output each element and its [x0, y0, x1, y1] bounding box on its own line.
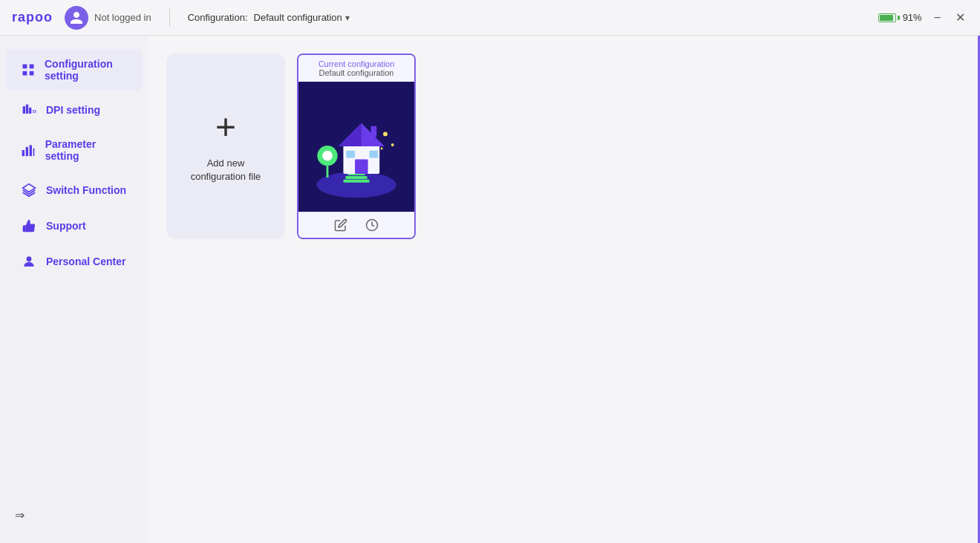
sidebar-item-label: Personal Center [46, 256, 125, 267]
svg-point-30 [391, 143, 394, 146]
svg-rect-1 [30, 65, 34, 69]
sidebar-item-switch-function[interactable]: Switch Function [6, 174, 143, 207]
bar-chart-icon [21, 143, 36, 157]
edit-icon [334, 218, 347, 232]
history-config-button[interactable] [365, 218, 379, 232]
config-name: Default configuration [254, 12, 342, 23]
card-config-name: Default configuration [304, 68, 408, 77]
svg-point-29 [383, 132, 388, 137]
house-illustration [298, 82, 414, 212]
person-icon [21, 254, 37, 269]
window-controls: − ✕ [931, 9, 968, 26]
minimize-button[interactable]: − [931, 10, 944, 26]
close-button[interactable]: ✕ [953, 9, 968, 26]
dpi-icon: DPI [21, 103, 37, 117]
card-header: Current configuration Default configurat… [298, 55, 414, 82]
user-section: Not logged in [65, 6, 151, 30]
user-avatar-icon [69, 10, 84, 25]
avatar [65, 6, 88, 30]
sidebar-item-label: DPI setting [46, 104, 100, 116]
chevron-down-icon: ▾ [345, 13, 350, 23]
app-logo: rapoo [12, 10, 53, 25]
svg-rect-3 [30, 71, 34, 76]
svg-rect-10 [30, 145, 32, 156]
svg-rect-6 [29, 108, 31, 114]
main-layout: Configuration setting DPI DPI setting [0, 36, 980, 543]
svg-rect-4 [23, 106, 25, 114]
card-footer [298, 212, 414, 238]
card-current-config-label: Current configuration [304, 59, 408, 68]
edit-config-button[interactable] [334, 218, 347, 232]
sidebar-item-parameter-setting[interactable]: Parameter setting [6, 129, 143, 171]
svg-point-13 [27, 256, 32, 261]
titlebar-left: rapoo Not logged in Configuration: Defau… [12, 6, 350, 30]
svg-rect-0 [23, 65, 27, 69]
sidebar-item-label: Parameter setting [45, 138, 128, 162]
add-config-card[interactable]: + Add newconfiguration file [166, 53, 285, 239]
svg-rect-9 [26, 147, 28, 157]
battery-icon [878, 13, 900, 22]
svg-rect-2 [23, 71, 27, 76]
collapse-button[interactable]: ⇒ [15, 508, 24, 522]
svg-rect-5 [26, 105, 28, 114]
svg-marker-21 [339, 123, 362, 146]
title-separator [169, 9, 170, 27]
sidebar-item-label: Switch Function [46, 184, 126, 196]
thumbs-up-icon [21, 218, 37, 233]
titlebar: rapoo Not logged in Configuration: Defau… [0, 0, 980, 36]
svg-rect-22 [355, 160, 368, 175]
svg-text:DPI: DPI [33, 109, 36, 114]
svg-rect-25 [371, 126, 377, 137]
sidebar-item-dpi-setting[interactable]: DPI DPI setting [6, 94, 143, 126]
add-config-label: Add newconfiguration file [191, 157, 261, 183]
grid-icon [21, 62, 36, 77]
config-prefix: Configuration: [188, 12, 248, 23]
svg-rect-11 [33, 149, 35, 157]
card-image-area [298, 82, 414, 212]
battery-section: 91% [878, 12, 922, 23]
right-panel [974, 36, 980, 543]
battery-percent: 91% [903, 12, 922, 23]
main-content: + Add newconfiguration file Current conf… [148, 36, 974, 543]
svg-rect-23 [346, 151, 355, 158]
svg-rect-24 [370, 151, 379, 158]
layers-icon [21, 183, 37, 198]
add-icon: + [215, 109, 236, 145]
sidebar-item-label: Configuration setting [45, 58, 128, 82]
sidebar-item-label: Support [46, 220, 86, 232]
svg-point-31 [381, 147, 383, 149]
sidebar-bottom: ⇒ [0, 499, 148, 531]
sidebar-item-support[interactable]: Support [6, 209, 143, 242]
svg-point-27 [322, 151, 333, 161]
clock-icon [365, 218, 379, 232]
sidebar: Configuration setting DPI DPI setting [0, 36, 148, 543]
sidebar-item-personal-center[interactable]: Personal Center [6, 245, 143, 278]
current-config-card[interactable]: Current configuration Default configurat… [297, 53, 416, 239]
svg-rect-8 [22, 150, 24, 156]
sidebar-item-configuration-setting[interactable]: Configuration setting [6, 49, 143, 91]
content-area: + Add newconfiguration file Current conf… [148, 36, 980, 543]
svg-rect-16 [345, 176, 367, 179]
svg-rect-15 [343, 180, 369, 183]
login-status: Not logged in [94, 12, 151, 23]
config-selector[interactable]: Configuration: Default configuration ▾ [188, 12, 350, 23]
titlebar-right: 91% − ✕ [878, 9, 968, 26]
